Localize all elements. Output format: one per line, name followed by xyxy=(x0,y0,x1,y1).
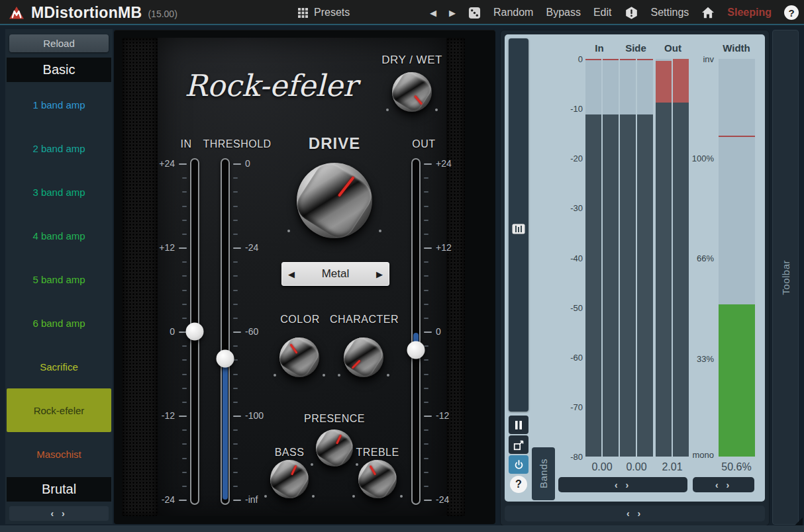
pause-icon xyxy=(515,421,523,429)
plugin-title: MDistortionMB xyxy=(31,4,142,22)
presets-label: Presets xyxy=(314,7,350,19)
slider-tick xyxy=(424,486,428,487)
slider-tick xyxy=(424,458,428,459)
db-scale-label: -40 xyxy=(505,253,583,263)
topbar-left: MDistortionMB (15.00) xyxy=(8,0,177,25)
edit-button[interactable]: Edit xyxy=(593,7,612,19)
mode-prev-arrow-icon[interactable]: ◀ xyxy=(282,269,301,279)
presence-knob[interactable] xyxy=(316,429,353,466)
pause-meters-button[interactable] xyxy=(509,416,528,434)
slider-tick xyxy=(424,261,428,263)
out-slider-handle[interactable] xyxy=(407,341,425,359)
melda-logo-icon xyxy=(8,5,25,21)
preset-sidebar: ReloadBasic1 band amp2 band amp3 band am… xyxy=(5,29,113,524)
home-icon[interactable] xyxy=(701,7,715,19)
sidebar-item-3-band-amp[interactable]: 3 band amp xyxy=(7,171,111,214)
help-icon[interactable]: ? xyxy=(784,5,799,20)
sidebar-item-6-band-amp[interactable]: 6 band amp xyxy=(7,301,111,345)
side-meter-bar xyxy=(637,59,653,457)
in-slider-handle[interactable] xyxy=(186,323,204,341)
slider-track[interactable] xyxy=(411,158,421,505)
slider-tick xyxy=(424,177,428,179)
slider-tick xyxy=(233,191,238,193)
mode-next-arrow-icon[interactable]: ▶ xyxy=(370,269,389,279)
slider-tick xyxy=(233,206,238,207)
slider-tick xyxy=(182,345,187,347)
limiter-warning-icon[interactable] xyxy=(625,6,638,20)
sidebar-item-4-band-amp[interactable]: 4 band amp xyxy=(7,214,111,258)
toolbar-tab[interactable]: Toolbar xyxy=(772,30,799,525)
sidebar-item-rock-efeler[interactable]: Rock-efeler xyxy=(7,388,111,432)
slider-tick xyxy=(233,318,238,319)
slider-tick xyxy=(424,402,428,403)
drive-mode-selector[interactable]: ◀ Metal ▶ xyxy=(281,262,389,286)
sidebar-item-brutal[interactable]: Brutal xyxy=(7,477,111,502)
meter-header-width: Width xyxy=(723,42,750,54)
slider-tick xyxy=(182,443,187,445)
width-zoom-scrollbar[interactable]: ‹ › xyxy=(693,477,754,492)
presets-button[interactable]: Presets xyxy=(298,0,350,25)
slider-tick xyxy=(233,177,238,179)
drive-mode-value[interactable]: Metal xyxy=(301,267,370,281)
meter-header-in: In xyxy=(595,42,603,54)
slider-tick xyxy=(424,374,428,375)
slider-tick xyxy=(424,359,428,361)
meter-zoom-scrollbar[interactable]: ‹ › xyxy=(558,477,687,492)
random-button[interactable]: Random xyxy=(493,7,533,19)
slider-tick xyxy=(233,402,238,403)
slider-tick xyxy=(424,500,432,501)
sidebar-item-reload[interactable]: Reload xyxy=(9,34,109,52)
color-knob[interactable] xyxy=(279,337,319,377)
next-preset-button[interactable]: ▶ xyxy=(449,8,456,18)
character-knob[interactable] xyxy=(344,337,383,377)
bass-knob[interactable] xyxy=(270,460,309,498)
db-scale-label: -60 xyxy=(505,352,583,362)
slider-tick xyxy=(424,318,428,319)
slider-tick xyxy=(233,290,238,291)
out-label: OUT xyxy=(412,138,435,150)
randomize-dice-icon[interactable] xyxy=(468,7,481,19)
sidebar-item-5-band-amp[interactable]: 5 band amp xyxy=(7,258,111,302)
window-bottom-edge xyxy=(0,525,804,532)
threshold-slider-handle[interactable] xyxy=(217,349,234,367)
slider-tick xyxy=(182,318,187,319)
db-scale-label: -50 xyxy=(505,302,583,312)
dry-wet-knob[interactable] xyxy=(392,72,432,112)
sleeping-status[interactable]: Sleeping xyxy=(727,7,772,19)
slider-tick xyxy=(424,443,428,445)
speaker-grille-left xyxy=(122,38,158,516)
sidebar-scrollbar[interactable]: ‹ › xyxy=(9,506,109,521)
side-level-value: 0.00 xyxy=(626,461,646,473)
slider-tick xyxy=(233,345,238,347)
sidebar-item-1-band-amp[interactable]: 1 band amp xyxy=(7,83,111,127)
settings-button[interactable]: Settings xyxy=(651,7,689,19)
slider-scale-label: +24 xyxy=(147,158,175,169)
previous-preset-button[interactable]: ◀ xyxy=(430,8,436,18)
in-level-value: 0.00 xyxy=(591,461,612,473)
sidebar-item-basic[interactable]: Basic xyxy=(7,58,111,82)
toolbar-tab-label: Toolbar xyxy=(780,260,791,295)
sidebar-item-sacrifice[interactable]: Sacrifice xyxy=(7,345,111,388)
knob-pointer xyxy=(289,343,297,353)
horizontal-scrollbar[interactable]: ‹ › xyxy=(505,506,765,521)
out-gain-slider[interactable]: +24+120-12-24 xyxy=(411,163,421,500)
drive-knob[interactable] xyxy=(297,163,372,238)
slider-tick xyxy=(182,458,187,459)
slider-tick xyxy=(182,191,187,193)
bypass-button[interactable]: Bypass xyxy=(546,7,580,19)
sidebar-item-masochist[interactable]: Masochist xyxy=(7,432,111,476)
treble-knob[interactable] xyxy=(358,460,397,498)
in-meter-bar xyxy=(603,59,619,457)
in-label: IN xyxy=(181,138,192,150)
slider-tick xyxy=(424,332,432,333)
sidebar-item-2-band-amp[interactable]: 2 band amp xyxy=(7,127,111,171)
meter-help-button[interactable]: ? xyxy=(510,476,527,493)
slider-scale-label: -100 xyxy=(245,410,276,421)
slider-tick xyxy=(182,290,187,291)
slider-tick xyxy=(182,220,187,221)
db-scale-label: -30 xyxy=(505,203,583,213)
in-gain-slider[interactable]: +24+120-12-24 xyxy=(190,163,199,500)
amp-panel: Rock-efeler DRY / WET IN THRESHOLD DRIVE… xyxy=(114,30,495,524)
slider-tick xyxy=(233,374,238,375)
threshold-slider[interactable]: 0-24-60-100-inf xyxy=(221,163,230,500)
